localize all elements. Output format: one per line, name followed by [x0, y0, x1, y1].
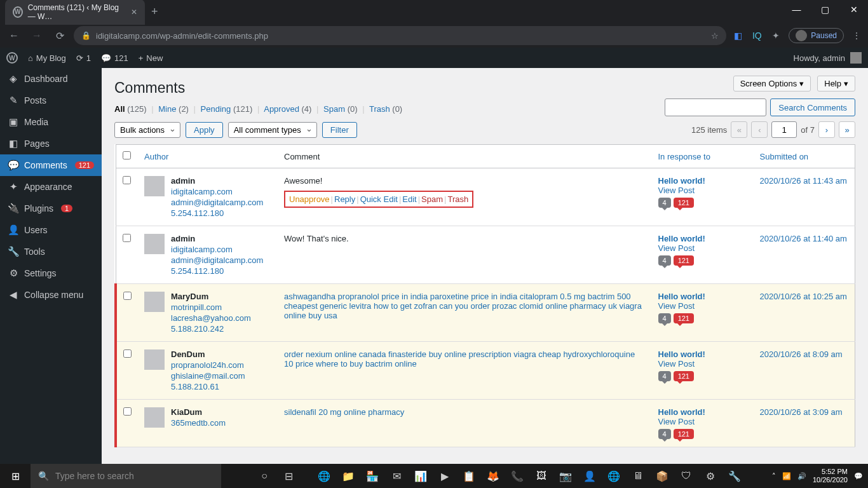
task-view-icon[interactable]: ⊟: [277, 464, 300, 488]
author-email[interactable]: ghislaine@mail.com: [171, 371, 245, 381]
pending-count-bubble[interactable]: 121: [674, 371, 694, 381]
new-tab-button[interactable]: +: [151, 5, 158, 18]
response-post-link[interactable]: Hello world!: [658, 407, 705, 417]
address-bar[interactable]: 🔒 idigitalcamp.com/wp-admin/edit-comment…: [74, 26, 726, 45]
search-comments-button[interactable]: Search Comments: [770, 98, 855, 116]
submitted-date[interactable]: 2020/10/26 at 8:09 am: [754, 342, 855, 400]
row-checkbox[interactable]: [123, 349, 132, 358]
reload-button[interactable]: ⟳: [51, 27, 69, 44]
app-icon[interactable]: 🖥: [627, 464, 649, 488]
maximize-button[interactable]: ▢: [811, 0, 839, 19]
pending-count-bubble[interactable]: 121: [674, 198, 694, 208]
app-icon[interactable]: 🦊: [482, 464, 505, 488]
apply-button[interactable]: Apply: [186, 122, 223, 138]
site-home-link[interactable]: ⌂ My Blog: [28, 53, 66, 63]
view-post-link[interactable]: View Post: [658, 301, 747, 311]
browser-tab[interactable]: W Comments (121) ‹ My Blog — W… ✕: [5, 0, 145, 25]
sidebar-item-posts[interactable]: ✎Posts: [0, 90, 102, 111]
spam-link[interactable]: Spam: [421, 194, 443, 204]
app-icon[interactable]: ▶: [433, 464, 456, 488]
view-post-link[interactable]: View Post: [658, 186, 747, 195]
author-ip[interactable]: 5.188.210.242: [171, 324, 251, 334]
comments-link[interactable]: 💬 121: [101, 53, 128, 63]
response-post-link[interactable]: Hello world!: [658, 349, 705, 359]
tray-icon[interactable]: 📶: [782, 472, 791, 480]
comment-types-select[interactable]: All comment types: [228, 122, 317, 138]
column-submitted[interactable]: Submitted on: [754, 145, 855, 168]
sidebar-item-comments[interactable]: 💬Comments121: [0, 154, 102, 176]
trash-link[interactable]: Trash: [447, 194, 468, 204]
column-author[interactable]: Author: [138, 145, 278, 168]
updates-link[interactable]: ⟳ 1: [76, 53, 91, 63]
sidebar-item-users[interactable]: 👤Users: [0, 219, 102, 241]
app-icon[interactable]: 🌐: [313, 464, 336, 488]
response-post-link[interactable]: Hello world!: [658, 176, 705, 186]
view-post-link[interactable]: View Post: [658, 359, 747, 369]
approved-count-bubble[interactable]: 4: [658, 313, 671, 323]
author-site[interactable]: idigitalcamp.com: [171, 245, 263, 254]
tray-icon[interactable]: 🔊: [797, 472, 806, 480]
close-button[interactable]: ✕: [839, 0, 868, 19]
app-icon[interactable]: 🔧: [723, 464, 746, 488]
row-checkbox[interactable]: [123, 234, 131, 242]
app-icon[interactable]: 📊: [409, 464, 432, 488]
author-site[interactable]: idigitalcamp.com: [171, 187, 263, 196]
app-icon[interactable]: 📷: [554, 464, 577, 488]
approved-count-bubble[interactable]: 4: [658, 198, 671, 208]
extensions-menu-icon[interactable]: ✦: [770, 29, 782, 42]
tray-icon[interactable]: ˄: [772, 472, 776, 480]
author-email[interactable]: lacresha@yahoo.com: [171, 313, 251, 323]
filter-pending[interactable]: Pending (121): [201, 104, 253, 114]
submitted-date[interactable]: 2020/10/26 at 11:40 am: [754, 226, 855, 284]
submitted-date[interactable]: 2020/10/26 at 11:43 am: [754, 168, 855, 226]
taskbar-search[interactable]: 🔍 Type here to search: [31, 464, 221, 488]
app-icon[interactable]: 🛡: [675, 464, 698, 488]
author-ip[interactable]: 5.254.112.180: [171, 266, 263, 276]
sidebar-item-pages[interactable]: ◧Pages: [0, 133, 102, 154]
app-icon[interactable]: 🌐: [602, 464, 625, 488]
app-icon[interactable]: 📦: [651, 464, 674, 488]
author-email[interactable]: admin@idigitalcamp.com: [171, 255, 263, 265]
first-page-button[interactable]: «: [731, 121, 747, 138]
column-response[interactable]: In response to: [652, 145, 754, 168]
sidebar-item-tools[interactable]: 🔧Tools: [0, 241, 102, 262]
approved-count-bubble[interactable]: 4: [658, 429, 671, 439]
approved-count-bubble[interactable]: 4: [658, 371, 671, 381]
select-all-checkbox[interactable]: [123, 151, 131, 159]
filter-approved[interactable]: Approved (4): [264, 104, 311, 114]
submitted-date[interactable]: 2020/10/26 at 10:25 am: [754, 284, 855, 342]
menu-icon[interactable]: ⋮: [850, 29, 863, 42]
edit-link[interactable]: Edit: [402, 194, 416, 204]
sidebar-item-settings[interactable]: ⚙Settings: [0, 262, 102, 284]
sidebar-item-plugins[interactable]: 🔌Plugins1: [0, 198, 102, 219]
screen-options-button[interactable]: Screen Options ▾: [733, 76, 811, 92]
pending-count-bubble[interactable]: 121: [674, 313, 694, 323]
approved-count-bubble[interactable]: 4: [658, 255, 671, 266]
star-icon[interactable]: ☆: [711, 31, 719, 41]
start-button[interactable]: ⊞: [0, 464, 31, 488]
reply-link[interactable]: Reply: [334, 194, 355, 204]
row-checkbox[interactable]: [123, 176, 131, 184]
close-icon[interactable]: ✕: [131, 8, 137, 17]
app-icon[interactable]: 🖼: [530, 464, 553, 488]
author-site[interactable]: 365medtb.com: [171, 418, 226, 428]
wordpress-icon[interactable]: W: [6, 52, 18, 64]
forward-button[interactable]: →: [28, 27, 46, 44]
unapprove-link[interactable]: Unapprove: [289, 194, 330, 204]
app-icon[interactable]: ⚙: [699, 464, 722, 488]
minimize-button[interactable]: —: [782, 0, 811, 19]
tray-clock[interactable]: 5:52 PM 10/26/2020: [813, 468, 848, 484]
help-button[interactable]: Help ▾: [817, 76, 855, 92]
filter-trash[interactable]: Trash (0): [369, 104, 402, 114]
sidebar-item-appearance[interactable]: ✦Appearance: [0, 176, 102, 198]
submitted-date[interactable]: 2020/10/26 at 3:09 am: [754, 400, 855, 447]
author-ip[interactable]: 5.188.210.61: [171, 382, 245, 391]
page-input[interactable]: [771, 121, 797, 138]
prev-page-button[interactable]: ‹: [751, 121, 768, 138]
pending-count-bubble[interactable]: 121: [674, 429, 694, 439]
view-post-link[interactable]: View Post: [658, 243, 747, 253]
app-icon[interactable]: 📋: [458, 464, 480, 488]
filter-button[interactable]: Filter: [322, 122, 357, 138]
profile-paused[interactable]: Paused: [789, 28, 844, 43]
response-post-link[interactable]: Hello world!: [658, 292, 705, 301]
